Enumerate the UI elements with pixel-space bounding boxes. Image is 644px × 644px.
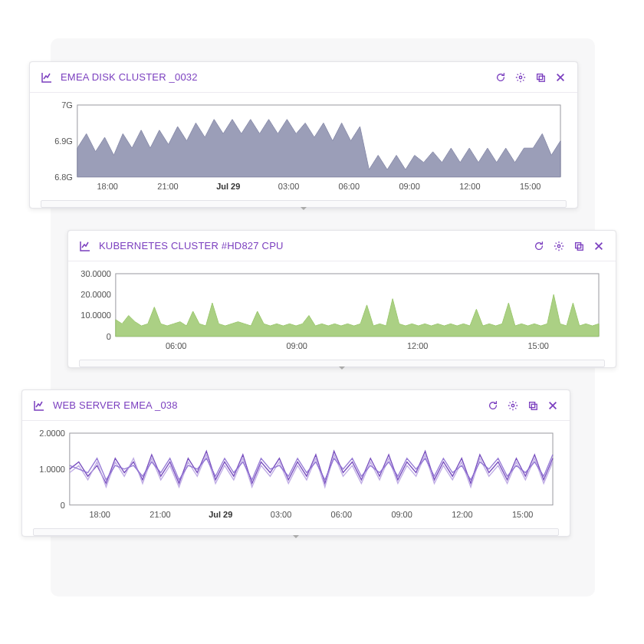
close-icon[interactable] bbox=[593, 240, 605, 252]
svg-text:15:00: 15:00 bbox=[528, 341, 549, 350]
close-icon[interactable] bbox=[554, 71, 567, 84]
svg-text:06:00: 06:00 bbox=[331, 510, 352, 519]
svg-rect-1 bbox=[537, 74, 543, 79]
svg-text:21:00: 21:00 bbox=[157, 182, 178, 191]
duplicate-icon[interactable] bbox=[527, 399, 539, 412]
svg-text:20.0000: 20.0000 bbox=[80, 290, 111, 299]
svg-text:2.0000: 2.0000 bbox=[39, 429, 65, 438]
timeline-scrollbar[interactable] bbox=[41, 200, 567, 208]
panel-header: WEB SERVER EMEA _038 bbox=[22, 390, 570, 421]
svg-rect-16 bbox=[576, 242, 581, 248]
duplicate-icon[interactable] bbox=[534, 71, 547, 84]
chart-area: 2.00001.0000018:0021:00Jul 2903:0006:000… bbox=[22, 421, 570, 525]
refresh-icon[interactable] bbox=[533, 240, 545, 252]
svg-text:0: 0 bbox=[107, 332, 111, 341]
panel-emea-disk: EMEA DISK CLUSTER _0032 7G6.9G6.8G18:002… bbox=[29, 61, 578, 209]
svg-text:15:00: 15:00 bbox=[512, 510, 533, 519]
gear-icon[interactable] bbox=[507, 399, 519, 412]
svg-rect-28 bbox=[530, 402, 535, 407]
svg-text:Jul 29: Jul 29 bbox=[216, 182, 240, 191]
svg-text:03:00: 03:00 bbox=[271, 510, 291, 519]
gear-icon[interactable] bbox=[553, 240, 565, 252]
svg-text:15:00: 15:00 bbox=[520, 182, 540, 191]
chart-svg-web-server: 2.00001.0000018:0021:00Jul 2903:0006:000… bbox=[33, 429, 559, 519]
panel-title: WEB SERVER EMEA _038 bbox=[53, 399, 178, 411]
chart-icon bbox=[79, 240, 91, 252]
svg-text:12:00: 12:00 bbox=[452, 510, 472, 519]
svg-text:0: 0 bbox=[61, 501, 65, 510]
duplicate-icon[interactable] bbox=[573, 240, 585, 252]
svg-text:7G: 7G bbox=[61, 100, 73, 110]
svg-text:09:00: 09:00 bbox=[391, 510, 412, 519]
svg-text:09:00: 09:00 bbox=[286, 341, 307, 350]
chart-area: 30.000020.000010.0000006:0009:0012:0015:… bbox=[68, 261, 616, 356]
svg-point-15 bbox=[557, 245, 560, 248]
close-icon[interactable] bbox=[547, 399, 559, 412]
svg-point-27 bbox=[511, 404, 514, 407]
refresh-icon[interactable] bbox=[487, 399, 499, 412]
panel-title: EMEA DISK CLUSTER _0032 bbox=[61, 71, 198, 83]
chart-svg-emea-disk: 7G6.9G6.8G18:0021:00Jul 2903:0006:0009:0… bbox=[41, 100, 567, 191]
chart-icon bbox=[41, 71, 53, 84]
chart-icon bbox=[33, 399, 45, 412]
svg-point-0 bbox=[519, 76, 522, 79]
svg-text:18:00: 18:00 bbox=[90, 510, 110, 519]
svg-rect-17 bbox=[577, 245, 583, 250]
panel-header: KUBERNETES CLUSTER #HD827 CPU bbox=[68, 231, 616, 261]
svg-text:06:00: 06:00 bbox=[166, 341, 186, 350]
svg-text:18:00: 18:00 bbox=[97, 182, 118, 191]
panel-header: EMEA DISK CLUSTER _0032 bbox=[30, 62, 577, 93]
svg-rect-29 bbox=[531, 404, 537, 409]
svg-text:6.8G: 6.8G bbox=[54, 172, 73, 182]
svg-text:12:00: 12:00 bbox=[459, 182, 480, 191]
panel-kube-cpu: KUBERNETES CLUSTER #HD827 CPU 30.000020.… bbox=[67, 230, 616, 368]
svg-text:Jul 29: Jul 29 bbox=[209, 510, 232, 519]
svg-text:03:00: 03:00 bbox=[278, 182, 299, 191]
svg-rect-2 bbox=[539, 76, 544, 81]
panel-web-server: WEB SERVER EMEA _038 2.00001.0000018:002… bbox=[21, 389, 570, 537]
gear-icon[interactable] bbox=[514, 71, 527, 84]
panel-title: KUBERNETES CLUSTER #HD827 CPU bbox=[99, 240, 284, 251]
refresh-icon[interactable] bbox=[495, 71, 507, 84]
timeline-scrollbar[interactable] bbox=[33, 528, 559, 536]
svg-text:12:00: 12:00 bbox=[407, 341, 428, 350]
timeline-scrollbar[interactable] bbox=[79, 360, 605, 367]
chart-svg-kube-cpu: 30.000020.000010.0000006:0009:0012:0015:… bbox=[79, 269, 605, 350]
chart-area: 7G6.9G6.8G18:0021:00Jul 2903:0006:0009:0… bbox=[30, 93, 577, 197]
svg-text:1.0000: 1.0000 bbox=[39, 465, 65, 474]
svg-text:30.0000: 30.0000 bbox=[80, 269, 111, 278]
svg-text:09:00: 09:00 bbox=[399, 182, 419, 191]
svg-text:6.9G: 6.9G bbox=[54, 136, 73, 146]
svg-text:10.0000: 10.0000 bbox=[80, 310, 111, 320]
svg-text:06:00: 06:00 bbox=[339, 182, 360, 191]
svg-text:21:00: 21:00 bbox=[150, 510, 170, 519]
